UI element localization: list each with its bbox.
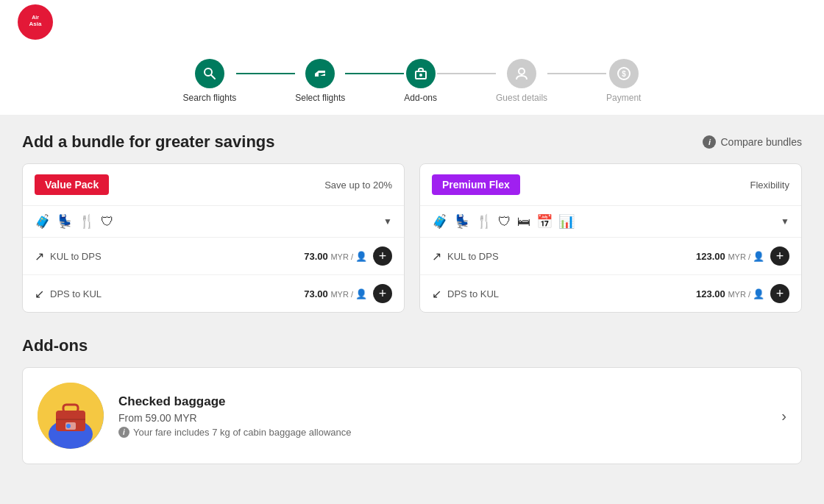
value-pack-header: Value Pack Save up to 20% bbox=[23, 164, 404, 206]
add-value-flight-2-button[interactable]: + bbox=[373, 284, 392, 303]
add-value-flight-1-button[interactable]: + bbox=[373, 246, 392, 266]
pf-flight-price-2: 123.00 MYR / 👤 + bbox=[696, 284, 789, 303]
bundle-section-title: Add a bundle for greater savings bbox=[22, 132, 275, 152]
step-search-label: Search flights bbox=[183, 93, 237, 103]
step-addons[interactable]: Add-ons bbox=[404, 59, 437, 103]
connector-4 bbox=[547, 73, 606, 74]
svg-line-4 bbox=[211, 75, 215, 79]
step-guest-details[interactable]: Guest details bbox=[496, 59, 547, 103]
premium-flex-subtitle: Flexibility bbox=[750, 180, 789, 191]
bundle-section-header: Add a bundle for greater savings i Compa… bbox=[22, 132, 802, 152]
shield-icon: 🛡 bbox=[101, 214, 114, 230]
step-select-label: Select flights bbox=[295, 93, 345, 103]
flight-price-1: 73.00 MYR / 👤 + bbox=[304, 246, 392, 266]
step-search-icon bbox=[195, 59, 224, 88]
value-pack-dropdown[interactable]: ▼ bbox=[383, 216, 392, 227]
price-value-2: 73.00 MYR / 👤 bbox=[304, 288, 367, 299]
step-payment-label: Payment bbox=[606, 93, 641, 103]
main-content: Add a bundle for greater savings i Compa… bbox=[7, 115, 817, 482]
addon-card-baggage: Checked baggage From 59.00 MYR i Your fa… bbox=[22, 367, 802, 464]
flight-route-1: KUL to DPS bbox=[50, 251, 102, 262]
bundle-card-value-pack: Value Pack Save up to 20% 🧳 💺 🍴 🛡 ▼ ↗ KU… bbox=[22, 163, 405, 313]
value-pack-icons-row: 🧳 💺 🍴 🛡 ▼ bbox=[23, 206, 404, 238]
flight-route-2: DPS to KUL bbox=[50, 288, 102, 299]
chart-icon-p: 📊 bbox=[558, 213, 575, 230]
luggage-icon-p: 🧳 bbox=[432, 213, 448, 230]
bundles-grid: Value Pack Save up to 20% 🧳 💺 🍴 🛡 ▼ ↗ KU… bbox=[22, 163, 802, 313]
pf-flight-info-2: ↙ DPS to KUL bbox=[432, 287, 499, 301]
meal-icon-p: 🍴 bbox=[476, 213, 492, 230]
addon-baggage-info: Checked baggage From 59.00 MYR i Your fa… bbox=[118, 394, 767, 438]
meal-icon: 🍴 bbox=[79, 213, 95, 230]
progress-bar: Search flights Select flights bbox=[0, 44, 824, 115]
connector-1 bbox=[236, 73, 295, 74]
step-select-flights[interactable]: Select flights bbox=[295, 59, 345, 103]
airasia-logo[interactable]: Air Asia bbox=[18, 4, 53, 40]
add-premium-flight-1-button[interactable]: + bbox=[770, 246, 789, 266]
flight-price-2: 73.00 MYR / 👤 + bbox=[304, 284, 392, 303]
step-payment[interactable]: $ Payment bbox=[606, 59, 641, 103]
value-pack-tag: Value Pack bbox=[35, 174, 109, 195]
premium-flex-dropdown[interactable]: ▼ bbox=[781, 216, 789, 227]
step-addons-label: Add-ons bbox=[404, 93, 437, 103]
pf-arrive-icon-1: ↙ bbox=[432, 287, 441, 301]
addon-baggage-image bbox=[38, 383, 104, 449]
steps-container: Search flights Select flights bbox=[183, 59, 642, 103]
depart-icon-1: ↗ bbox=[35, 249, 44, 263]
addon-baggage-note: i Your fare includes 7 kg of cabin bagga… bbox=[118, 427, 767, 438]
premium-flex-flight-2: ↙ DPS to KUL 123.00 MYR / 👤 + bbox=[420, 275, 801, 312]
pf-flight-price-1: 123.00 MYR / 👤 + bbox=[696, 246, 789, 266]
addons-section-title: Add-ons bbox=[22, 336, 802, 355]
shield-icon-p: 🛡 bbox=[498, 214, 511, 230]
pf-depart-icon-1: ↗ bbox=[432, 249, 441, 263]
pf-price-value-2: 123.00 MYR / 👤 bbox=[696, 288, 764, 299]
compare-bundles-button[interactable]: i Compare bundles bbox=[703, 135, 802, 149]
calendar-icon-p: 📅 bbox=[536, 213, 553, 230]
svg-point-16 bbox=[66, 424, 71, 428]
value-pack-subtitle: Save up to 20% bbox=[324, 180, 392, 191]
value-pack-icons: 🧳 💺 🍴 🛡 bbox=[35, 213, 114, 230]
addon-baggage-from: From 59.00 MYR bbox=[118, 412, 767, 424]
connector-2 bbox=[345, 73, 404, 74]
step-select-icon bbox=[305, 59, 335, 88]
step-addons-icon bbox=[406, 59, 436, 88]
svg-point-7 bbox=[519, 68, 525, 74]
svg-text:$: $ bbox=[622, 70, 626, 78]
arrive-icon-1: ↙ bbox=[35, 287, 44, 301]
addon-baggage-arrow[interactable]: › bbox=[781, 408, 786, 425]
bundle-card-premium-flex: Premium Flex Flexibility 🧳 💺 🍴 🛡 🛏 📅 📊 ▼ bbox=[419, 163, 802, 313]
addon-note-info-icon: i bbox=[118, 427, 129, 438]
step-guest-icon bbox=[507, 59, 536, 88]
step-guest-label: Guest details bbox=[496, 93, 547, 103]
premium-flex-icons-row: 🧳 💺 🍴 🛡 🛏 📅 📊 ▼ bbox=[420, 206, 801, 238]
addon-note-text: Your fare includes 7 kg of cabin baggage… bbox=[133, 427, 352, 438]
seat-icon: 💺 bbox=[57, 213, 73, 230]
flight-info-1: ↗ KUL to DPS bbox=[35, 249, 102, 263]
value-pack-flight-1: ↗ KUL to DPS 73.00 MYR / 👤 + bbox=[23, 238, 404, 275]
value-pack-flight-2: ↙ DPS to KUL 73.00 MYR / 👤 + bbox=[23, 275, 404, 312]
svg-text:Air: Air bbox=[32, 15, 39, 20]
compare-info-icon: i bbox=[703, 135, 716, 149]
bed-icon-p: 🛏 bbox=[517, 214, 530, 230]
pf-flight-route-1: KUL to DPS bbox=[447, 251, 499, 262]
premium-flex-header: Premium Flex Flexibility bbox=[420, 164, 801, 206]
step-search-flights[interactable]: Search flights bbox=[183, 59, 237, 103]
flight-info-2: ↙ DPS to KUL bbox=[35, 287, 102, 301]
header: Air Asia bbox=[0, 0, 824, 44]
pf-price-value-1: 123.00 MYR / 👤 bbox=[696, 251, 764, 262]
add-premium-flight-2-button[interactable]: + bbox=[770, 284, 789, 303]
premium-flex-icons: 🧳 💺 🍴 🛡 🛏 📅 📊 bbox=[432, 213, 575, 230]
pf-flight-route-2: DPS to KUL bbox=[447, 288, 499, 299]
pf-flight-info-1: ↗ KUL to DPS bbox=[432, 249, 499, 263]
addon-baggage-name: Checked baggage bbox=[118, 394, 767, 409]
svg-text:Asia: Asia bbox=[29, 21, 42, 27]
connector-3 bbox=[437, 73, 496, 74]
price-value-1: 73.00 MYR / 👤 bbox=[304, 251, 367, 262]
addons-section: Add-ons bbox=[22, 336, 802, 464]
seat-icon-p: 💺 bbox=[454, 213, 470, 230]
premium-flex-flight-1: ↗ KUL to DPS 123.00 MYR / 👤 + bbox=[420, 238, 801, 275]
luggage-icon: 🧳 bbox=[35, 213, 51, 230]
svg-point-6 bbox=[419, 74, 422, 77]
step-payment-icon: $ bbox=[609, 59, 639, 88]
compare-bundles-label: Compare bundles bbox=[720, 136, 802, 148]
